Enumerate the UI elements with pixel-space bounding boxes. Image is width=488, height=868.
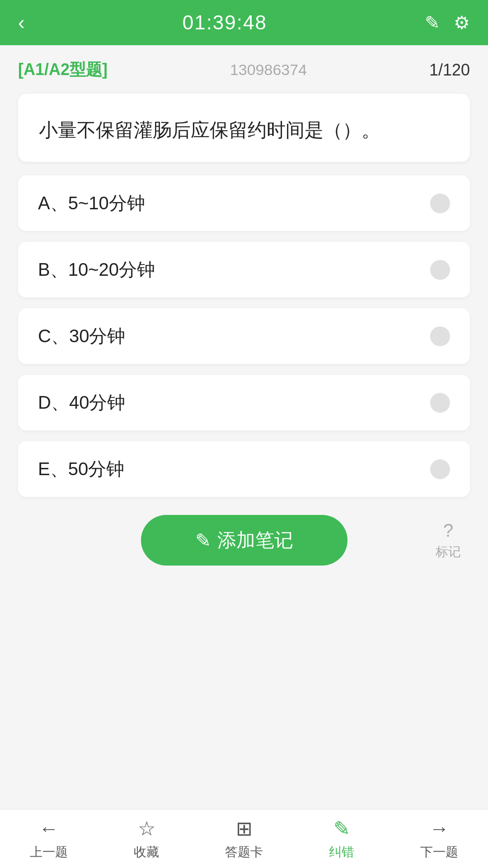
option-d[interactable]: D、40分钟 xyxy=(18,375,470,430)
option-c[interactable]: C、30分钟 xyxy=(18,308,470,364)
question-card: 小量不保留灌肠后应保留约时间是（）。 xyxy=(18,94,470,162)
prev-label: 上一题 xyxy=(30,844,68,861)
header-icon-group: ✎ ⚙ xyxy=(425,12,470,33)
prev-icon: ← xyxy=(39,817,59,840)
answer-card-label: 答题卡 xyxy=(225,844,263,861)
option-d-text: D、40分钟 xyxy=(38,390,125,415)
meta-row: [A1/A2型题] 130986374 1/120 xyxy=(18,59,470,81)
option-c-radio xyxy=(430,326,450,346)
option-e-text: E、50分钟 xyxy=(38,457,124,481)
collect-icon: ☆ xyxy=(138,817,155,840)
question-type-label: [A1/A2型题] xyxy=(18,59,108,81)
next-icon: → xyxy=(429,817,449,840)
option-b-text: B、10~20分钟 xyxy=(38,257,155,282)
options-list: A、5~10分钟 B、10~20分钟 C、30分钟 D、40分钟 E、50分钟 xyxy=(18,175,470,497)
mark-icon: ? xyxy=(443,520,453,541)
option-a-text: A、5~10分钟 xyxy=(38,191,145,216)
app-header: ‹ 01:39:48 ✎ ⚙ xyxy=(0,0,488,45)
question-progress: 1/120 xyxy=(429,61,470,80)
mark-area[interactable]: ? 标记 xyxy=(436,520,461,561)
action-area: ✎ 添加笔记 ? 标记 xyxy=(18,515,470,566)
nav-collect[interactable]: ☆ 收藏 xyxy=(98,817,195,861)
option-a-radio xyxy=(430,193,450,213)
option-e-radio xyxy=(430,459,450,479)
correct-icon: ✎ xyxy=(333,817,350,840)
option-d-radio xyxy=(430,393,450,413)
option-e[interactable]: E、50分钟 xyxy=(18,441,470,497)
back-button[interactable]: ‹ xyxy=(18,13,25,33)
option-c-text: C、30分钟 xyxy=(38,324,125,349)
mark-label: 标记 xyxy=(436,543,461,561)
option-a[interactable]: A、5~10分钟 xyxy=(18,175,470,231)
option-b[interactable]: B、10~20分钟 xyxy=(18,242,470,297)
next-label: 下一题 xyxy=(420,844,458,861)
nav-correct[interactable]: ✎ 纠错 xyxy=(293,817,390,861)
question-text: 小量不保留灌肠后应保留约时间是（）。 xyxy=(39,114,449,146)
timer-display: 01:39:48 xyxy=(183,11,267,34)
nav-answer-card[interactable]: ⊞ 答题卡 xyxy=(195,817,293,861)
add-note-label: 添加笔记 xyxy=(217,528,293,553)
question-id: 130986374 xyxy=(230,61,307,79)
edit-icon[interactable]: ✎ xyxy=(425,12,440,33)
settings-icon[interactable]: ⚙ xyxy=(454,12,470,33)
correct-label: 纠错 xyxy=(329,844,354,861)
bottom-navigation: ← 上一题 ☆ 收藏 ⊞ 答题卡 ✎ 纠错 → 下一题 xyxy=(0,809,488,868)
add-note-icon: ✎ xyxy=(195,529,211,552)
nav-prev[interactable]: ← 上一题 xyxy=(0,817,98,861)
option-b-radio xyxy=(430,260,450,280)
add-note-button[interactable]: ✎ 添加笔记 xyxy=(141,515,347,566)
main-content: [A1/A2型题] 130986374 1/120 小量不保留灌肠后应保留约时间… xyxy=(0,45,488,656)
nav-next[interactable]: → 下一题 xyxy=(390,817,488,861)
answer-card-icon: ⊞ xyxy=(236,817,253,840)
collect-label: 收藏 xyxy=(134,844,159,861)
